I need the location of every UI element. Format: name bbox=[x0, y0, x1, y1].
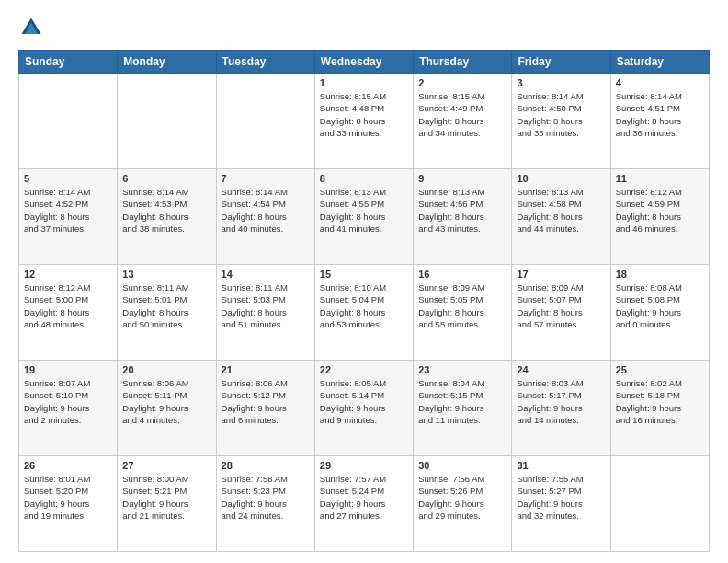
cell-info: Sunrise: 8:13 AM Sunset: 4:58 PM Dayligh… bbox=[517, 186, 605, 235]
calendar-cell: 29Sunrise: 7:57 AM Sunset: 5:24 PM Dayli… bbox=[314, 456, 413, 552]
cell-info: Sunrise: 8:14 AM Sunset: 4:51 PM Dayligh… bbox=[616, 90, 704, 139]
cell-info: Sunrise: 8:15 AM Sunset: 4:48 PM Dayligh… bbox=[320, 90, 408, 139]
day-number: 30 bbox=[418, 460, 506, 471]
day-number: 28 bbox=[222, 460, 310, 471]
calendar-week-row: 19Sunrise: 8:07 AM Sunset: 5:10 PM Dayli… bbox=[19, 361, 710, 456]
day-number: 18 bbox=[616, 269, 704, 280]
calendar-day-header: Saturday bbox=[610, 51, 709, 74]
day-number: 31 bbox=[517, 460, 605, 471]
calendar-cell: 10Sunrise: 8:13 AM Sunset: 4:58 PM Dayli… bbox=[512, 169, 610, 265]
cell-info: Sunrise: 8:14 AM Sunset: 4:53 PM Dayligh… bbox=[122, 186, 210, 235]
cell-info: Sunrise: 8:15 AM Sunset: 4:49 PM Dayligh… bbox=[418, 90, 506, 139]
day-number: 4 bbox=[616, 77, 704, 88]
calendar-cell: 8Sunrise: 8:13 AM Sunset: 4:55 PM Daylig… bbox=[314, 169, 413, 265]
cell-info: Sunrise: 8:13 AM Sunset: 4:56 PM Dayligh… bbox=[418, 186, 506, 235]
cell-info: Sunrise: 8:09 AM Sunset: 5:07 PM Dayligh… bbox=[517, 282, 605, 330]
calendar-day-header: Monday bbox=[118, 51, 216, 74]
day-number: 3 bbox=[517, 77, 605, 88]
day-number: 11 bbox=[616, 173, 704, 184]
header bbox=[18, 15, 710, 40]
cell-info: Sunrise: 8:05 AM Sunset: 5:14 PM Dayligh… bbox=[320, 377, 408, 426]
calendar-cell bbox=[610, 456, 709, 552]
cell-info: Sunrise: 8:11 AM Sunset: 5:01 PM Dayligh… bbox=[122, 282, 210, 330]
calendar-day-header: Wednesday bbox=[314, 51, 413, 74]
calendar-cell: 2Sunrise: 8:15 AM Sunset: 4:49 PM Daylig… bbox=[414, 74, 512, 169]
calendar-cell bbox=[118, 74, 216, 169]
day-number: 27 bbox=[122, 460, 210, 471]
calendar-cell: 11Sunrise: 8:12 AM Sunset: 4:59 PM Dayli… bbox=[610, 169, 709, 265]
calendar-cell: 21Sunrise: 8:06 AM Sunset: 5:12 PM Dayli… bbox=[216, 361, 314, 456]
cell-info: Sunrise: 8:03 AM Sunset: 5:17 PM Dayligh… bbox=[517, 377, 605, 426]
calendar-cell: 3Sunrise: 8:14 AM Sunset: 4:50 PM Daylig… bbox=[512, 74, 610, 169]
calendar-cell: 1Sunrise: 8:15 AM Sunset: 4:48 PM Daylig… bbox=[314, 74, 413, 169]
day-number: 10 bbox=[517, 173, 605, 184]
day-number: 6 bbox=[122, 173, 210, 184]
day-number: 1 bbox=[320, 77, 408, 88]
calendar-cell: 13Sunrise: 8:11 AM Sunset: 5:01 PM Dayli… bbox=[118, 265, 216, 361]
cell-info: Sunrise: 8:10 AM Sunset: 5:04 PM Dayligh… bbox=[320, 282, 408, 330]
day-number: 9 bbox=[418, 173, 506, 184]
calendar-week-row: 12Sunrise: 8:12 AM Sunset: 5:00 PM Dayli… bbox=[19, 265, 710, 361]
day-number: 17 bbox=[517, 269, 605, 280]
day-number: 13 bbox=[122, 269, 210, 280]
cell-info: Sunrise: 8:11 AM Sunset: 5:03 PM Dayligh… bbox=[222, 282, 310, 330]
calendar-cell: 26Sunrise: 8:01 AM Sunset: 5:20 PM Dayli… bbox=[19, 456, 118, 552]
cell-info: Sunrise: 8:07 AM Sunset: 5:10 PM Dayligh… bbox=[24, 377, 112, 426]
calendar-cell: 18Sunrise: 8:08 AM Sunset: 5:08 PM Dayli… bbox=[610, 265, 709, 361]
cell-info: Sunrise: 8:06 AM Sunset: 5:11 PM Dayligh… bbox=[122, 377, 210, 426]
calendar-cell: 20Sunrise: 8:06 AM Sunset: 5:11 PM Dayli… bbox=[118, 361, 216, 456]
logo-icon bbox=[18, 15, 44, 40]
calendar-cell: 31Sunrise: 7:55 AM Sunset: 5:27 PM Dayli… bbox=[512, 456, 610, 552]
calendar-day-header: Sunday bbox=[19, 51, 118, 74]
calendar-header-row: SundayMondayTuesdayWednesdayThursdayFrid… bbox=[19, 51, 710, 74]
day-number: 29 bbox=[320, 460, 408, 471]
calendar-cell: 7Sunrise: 8:14 AM Sunset: 4:54 PM Daylig… bbox=[216, 169, 314, 265]
calendar-cell: 27Sunrise: 8:00 AM Sunset: 5:21 PM Dayli… bbox=[118, 456, 216, 552]
calendar-day-header: Thursday bbox=[414, 51, 512, 74]
cell-info: Sunrise: 7:55 AM Sunset: 5:27 PM Dayligh… bbox=[517, 473, 605, 522]
day-number: 22 bbox=[320, 364, 408, 375]
cell-info: Sunrise: 8:04 AM Sunset: 5:15 PM Dayligh… bbox=[418, 377, 506, 426]
cell-info: Sunrise: 7:56 AM Sunset: 5:26 PM Dayligh… bbox=[418, 473, 506, 522]
day-number: 16 bbox=[418, 269, 506, 280]
calendar-cell: 15Sunrise: 8:10 AM Sunset: 5:04 PM Dayli… bbox=[314, 265, 413, 361]
calendar-cell: 25Sunrise: 8:02 AM Sunset: 5:18 PM Dayli… bbox=[610, 361, 709, 456]
calendar-cell: 16Sunrise: 8:09 AM Sunset: 5:05 PM Dayli… bbox=[414, 265, 512, 361]
cell-info: Sunrise: 7:58 AM Sunset: 5:23 PM Dayligh… bbox=[222, 473, 310, 522]
cell-info: Sunrise: 8:09 AM Sunset: 5:05 PM Dayligh… bbox=[418, 282, 506, 330]
calendar-table: SundayMondayTuesdayWednesdayThursdayFrid… bbox=[18, 50, 710, 552]
day-number: 12 bbox=[24, 269, 112, 280]
cell-info: Sunrise: 8:08 AM Sunset: 5:08 PM Dayligh… bbox=[616, 282, 704, 330]
day-number: 21 bbox=[222, 364, 310, 375]
cell-info: Sunrise: 8:14 AM Sunset: 4:50 PM Dayligh… bbox=[517, 90, 605, 139]
day-number: 8 bbox=[320, 173, 408, 184]
day-number: 7 bbox=[222, 173, 310, 184]
calendar-cell bbox=[19, 74, 118, 169]
day-number: 25 bbox=[616, 364, 704, 375]
day-number: 19 bbox=[24, 364, 112, 375]
calendar-cell: 14Sunrise: 8:11 AM Sunset: 5:03 PM Dayli… bbox=[216, 265, 314, 361]
calendar-week-row: 5Sunrise: 8:14 AM Sunset: 4:52 PM Daylig… bbox=[19, 169, 710, 265]
day-number: 5 bbox=[24, 173, 112, 184]
day-number: 24 bbox=[517, 364, 605, 375]
calendar-cell: 5Sunrise: 8:14 AM Sunset: 4:52 PM Daylig… bbox=[19, 169, 118, 265]
cell-info: Sunrise: 8:12 AM Sunset: 4:59 PM Dayligh… bbox=[616, 186, 704, 235]
calendar-day-header: Tuesday bbox=[216, 51, 314, 74]
cell-info: Sunrise: 8:00 AM Sunset: 5:21 PM Dayligh… bbox=[122, 473, 210, 522]
calendar-cell: 22Sunrise: 8:05 AM Sunset: 5:14 PM Dayli… bbox=[314, 361, 413, 456]
logo bbox=[18, 15, 48, 40]
calendar-cell: 9Sunrise: 8:13 AM Sunset: 4:56 PM Daylig… bbox=[414, 169, 512, 265]
calendar-cell: 24Sunrise: 8:03 AM Sunset: 5:17 PM Dayli… bbox=[512, 361, 610, 456]
day-number: 2 bbox=[418, 77, 506, 88]
calendar-week-row: 1Sunrise: 8:15 AM Sunset: 4:48 PM Daylig… bbox=[19, 74, 710, 169]
day-number: 23 bbox=[418, 364, 506, 375]
day-number: 15 bbox=[320, 269, 408, 280]
cell-info: Sunrise: 8:12 AM Sunset: 5:00 PM Dayligh… bbox=[24, 282, 112, 330]
calendar-cell: 12Sunrise: 8:12 AM Sunset: 5:00 PM Dayli… bbox=[19, 265, 118, 361]
calendar-cell: 17Sunrise: 8:09 AM Sunset: 5:07 PM Dayli… bbox=[512, 265, 610, 361]
cell-info: Sunrise: 8:14 AM Sunset: 4:52 PM Dayligh… bbox=[24, 186, 112, 235]
cell-info: Sunrise: 7:57 AM Sunset: 5:24 PM Dayligh… bbox=[320, 473, 408, 522]
calendar-cell: 28Sunrise: 7:58 AM Sunset: 5:23 PM Dayli… bbox=[216, 456, 314, 552]
calendar-cell bbox=[216, 74, 314, 169]
calendar-cell: 30Sunrise: 7:56 AM Sunset: 5:26 PM Dayli… bbox=[414, 456, 512, 552]
